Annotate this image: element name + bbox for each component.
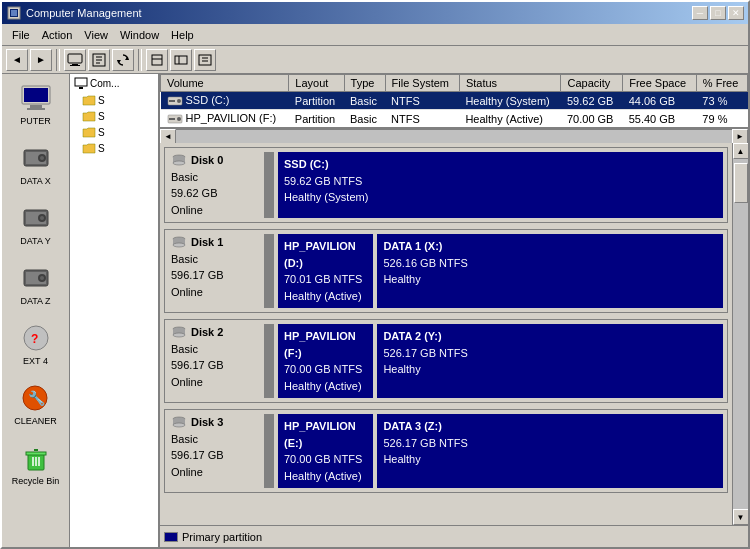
- content-split: Com... S S S: [70, 74, 748, 547]
- tree-item-s4[interactable]: S: [78, 140, 158, 156]
- partition-name: DATA 2 (Y:): [383, 328, 717, 345]
- table-cell: 59.62 GB: [561, 92, 623, 110]
- disk-name: Disk 0: [171, 152, 254, 169]
- right-pane: Volume Layout Type File System Status Ca…: [160, 74, 748, 547]
- svg-point-61: [173, 333, 185, 337]
- title-bar-buttons: ─ □ ✕: [692, 6, 744, 20]
- partition-block[interactable]: DATA 2 (Y:) 526.17 GB NTFS Healthy: [377, 324, 723, 398]
- partition-block[interactable]: HP_PAVILION (E:) 70.00 GB NTFS Healthy (…: [278, 414, 373, 488]
- partition-block[interactable]: DATA 3 (Z:) 526.17 GB NTFS Healthy: [377, 414, 723, 488]
- partition-detail2: Healthy (Active): [284, 288, 367, 305]
- partition-detail1: 526.17 GB NTFS: [383, 345, 717, 362]
- menu-file[interactable]: File: [6, 27, 36, 43]
- menu-help[interactable]: Help: [165, 27, 200, 43]
- menu-view[interactable]: View: [78, 27, 114, 43]
- hscroll-track: [176, 130, 732, 143]
- sidebar: PUTER DATA X DATA Y: [2, 74, 70, 547]
- disk-partitions: HP_PAVILION (F:) 70.00 GB NTFS Healthy (…: [260, 320, 727, 402]
- disk-drive-icon: [171, 325, 187, 339]
- partition-block[interactable]: HP_PAVILION (F:) 70.00 GB NTFS Healthy (…: [278, 324, 373, 398]
- disk-row: Disk 2 Basic 596.17 GB Online HP_PAVILIO…: [164, 319, 728, 403]
- col-fs[interactable]: File System: [385, 75, 459, 92]
- minimize-button[interactable]: ─: [692, 6, 708, 20]
- partition-detail2: Healthy (Active): [284, 468, 367, 485]
- main-content: PUTER DATA X DATA Y: [2, 74, 748, 547]
- toolbar-btn-3[interactable]: [146, 49, 168, 71]
- partition-block[interactable]: SSD (C:) 59.62 GB NTFS Healthy (System): [278, 152, 723, 218]
- close-button[interactable]: ✕: [728, 6, 744, 20]
- computer-icon: [20, 82, 52, 114]
- computer-tree-icon: [74, 76, 88, 90]
- svg-point-55: [173, 161, 185, 165]
- partition-detail1: 526.16 GB NTFS: [383, 255, 717, 272]
- sidebar-item-puter[interactable]: PUTER: [16, 78, 56, 130]
- sidebar-label-datay: DATA Y: [20, 236, 51, 246]
- tree-item-comp[interactable]: Com...: [70, 74, 158, 92]
- col-status[interactable]: Status: [459, 75, 561, 92]
- toolbar-btn-5[interactable]: [194, 49, 216, 71]
- col-free[interactable]: Free Space: [623, 75, 697, 92]
- partition-detail1: 70.01 GB NTFS: [284, 271, 367, 288]
- table-row[interactable]: HP_PAVILION (F:)PartitionBasicNTFSHealth…: [161, 110, 748, 128]
- window-icon: [6, 5, 22, 21]
- toolbar-separator-1: [56, 49, 60, 71]
- vscroll-down[interactable]: ▼: [733, 509, 749, 525]
- partition-detail2: Healthy: [383, 451, 717, 468]
- partition-block[interactable]: HP_PAVILION (D:) 70.01 GB NTFS Healthy (…: [278, 234, 373, 308]
- col-pct[interactable]: % Free: [696, 75, 747, 92]
- sidebar-label-ext4: EXT 4: [23, 356, 48, 366]
- sidebar-item-recycle[interactable]: Recycle Bin: [8, 438, 64, 490]
- disk-type: Basic: [171, 169, 254, 186]
- computer-button[interactable]: [64, 49, 86, 71]
- disk-status: Online: [171, 202, 254, 219]
- tree-item-s3[interactable]: S: [78, 124, 158, 140]
- partition-detail1: 526.17 GB NTFS: [383, 435, 717, 452]
- col-volume[interactable]: Volume: [161, 75, 289, 92]
- table-cell: 44.06 GB: [623, 92, 697, 110]
- sidebar-item-cleaner[interactable]: 🔧 CLEANER: [10, 378, 61, 430]
- svg-text:?: ?: [31, 332, 38, 346]
- partition-detail1: 59.62 GB NTFS: [284, 173, 717, 190]
- partition-block[interactable]: DATA 1 (X:) 526.16 GB NTFS Healthy: [377, 234, 723, 308]
- svg-point-58: [173, 243, 185, 247]
- col-type[interactable]: Type: [344, 75, 385, 92]
- tree-item-s2[interactable]: S: [78, 108, 158, 124]
- table-row[interactable]: SSD (C:)PartitionBasicNTFSHealthy (Syste…: [161, 92, 748, 110]
- menu-window[interactable]: Window: [114, 27, 165, 43]
- folder-icon-1: [82, 94, 96, 106]
- back-button[interactable]: ◄: [6, 49, 28, 71]
- toolbar-btn-4[interactable]: [170, 49, 192, 71]
- sidebar-item-ext4[interactable]: ? EXT 4: [16, 318, 56, 370]
- toolbar-btn-2[interactable]: [88, 49, 110, 71]
- table-area: Volume Layout Type File System Status Ca…: [160, 74, 748, 129]
- col-capacity[interactable]: Capacity: [561, 75, 623, 92]
- tree-item-s1[interactable]: S: [78, 92, 158, 108]
- disk-status: Online: [171, 374, 254, 391]
- vscroll-up[interactable]: ▲: [733, 143, 749, 159]
- disk-status: Online: [171, 284, 254, 301]
- vscroll-thumb[interactable]: [734, 163, 748, 203]
- partition-name: DATA 3 (Z:): [383, 418, 717, 435]
- table-cell: Partition: [289, 110, 344, 128]
- svg-rect-5: [70, 65, 80, 66]
- disk-vscroll: ▲ ▼: [732, 143, 748, 525]
- sidebar-item-datax[interactable]: DATA X: [16, 138, 56, 190]
- table-cell: SSD (C:): [161, 92, 289, 110]
- maximize-button[interactable]: □: [710, 6, 726, 20]
- col-layout[interactable]: Layout: [289, 75, 344, 92]
- sidebar-item-datay[interactable]: DATA Y: [16, 198, 56, 250]
- refresh-button[interactable]: [112, 49, 134, 71]
- toolbar-separator-2: [138, 49, 142, 71]
- svg-point-64: [173, 423, 185, 427]
- folder-icon-3: [82, 126, 96, 138]
- menu-action[interactable]: Action: [36, 27, 79, 43]
- disk-drive-icon: [171, 235, 187, 249]
- legend-label-primary: Primary partition: [182, 531, 262, 543]
- sidebar-label-cleaner: CLEANER: [14, 416, 57, 426]
- disk-strip: [264, 234, 274, 308]
- forward-button[interactable]: ►: [30, 49, 52, 71]
- table-cell: Basic: [344, 110, 385, 128]
- sidebar-item-dataz[interactable]: DATA Z: [16, 258, 56, 310]
- partition-detail2: Healthy: [383, 271, 717, 288]
- disk-partitions: SSD (C:) 59.62 GB NTFS Healthy (System): [260, 148, 727, 222]
